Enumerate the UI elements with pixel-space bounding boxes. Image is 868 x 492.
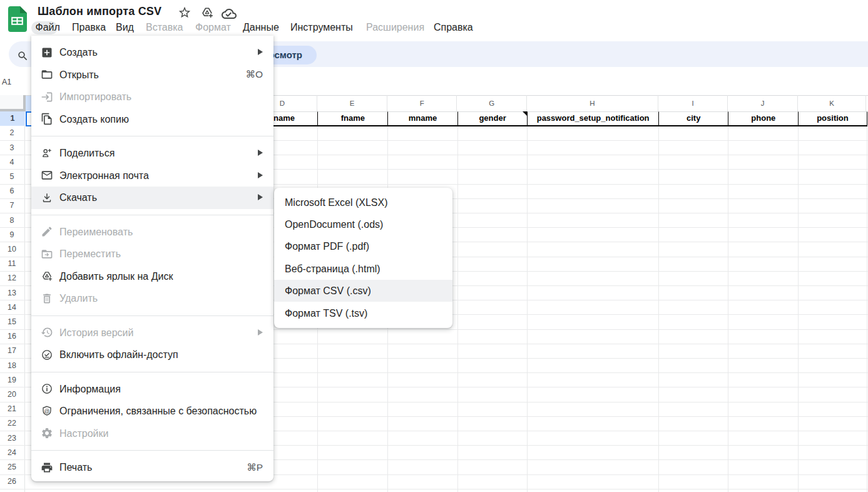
svg-text:@: @ xyxy=(44,407,50,414)
